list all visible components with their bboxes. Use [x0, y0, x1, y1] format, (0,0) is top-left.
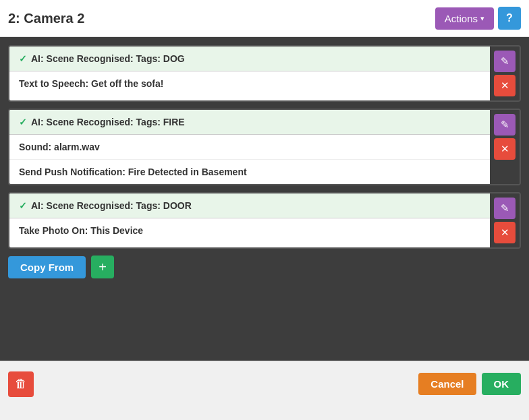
rule-condition-text: AI: Scene Recognised: Tags: FIRE: [31, 117, 185, 127]
list-item: Text to Speech: Get off the sofa!: [9, 71, 490, 96]
rule-actions-list: Take Photo On: This Device: [9, 218, 490, 243]
delete-rule-button[interactable]: ✕: [494, 138, 516, 160]
close-icon: ✕: [501, 80, 509, 92]
rule-condition: ✓ AI: Scene Recognised: Tags: FIRE: [9, 110, 490, 135]
check-icon: ✓: [19, 117, 27, 127]
edit-rule-button[interactable]: ✎: [494, 198, 516, 219]
rule-card-inner: ✓ AI: Scene Recognised: Tags: DOG Text t…: [9, 47, 490, 100]
close-icon: ✕: [501, 143, 509, 155]
rule-condition: ✓ AI: Scene Recognised: Tags: DOG: [9, 47, 490, 71]
rule-side-buttons: ✎ ✕: [490, 193, 520, 247]
edit-rule-button[interactable]: ✎: [494, 114, 516, 136]
delete-rule-button[interactable]: ✕: [494, 75, 516, 96]
rule-side-buttons: ✎ ✕: [490, 47, 520, 100]
footer-right-buttons: Cancel OK: [418, 373, 521, 395]
close-icon: ✕: [501, 227, 509, 239]
header-actions: Actions ▾ ?: [435, 7, 521, 30]
edit-rule-button[interactable]: ✎: [494, 51, 516, 72]
check-icon: ✓: [19, 53, 27, 64]
rule-condition-text: AI: Scene Recognised: Tags: DOG: [31, 53, 185, 64]
trash-icon: 🗑: [15, 377, 27, 391]
rule-condition: ✓ AI: Scene Recognised: Tags: DOOR: [9, 193, 490, 218]
actions-button[interactable]: Actions ▾: [435, 7, 494, 30]
main-area: ✓ AI: Scene Recognised: Tags: DOG Text t…: [0, 37, 529, 361]
rule-card-inner: ✓ AI: Scene Recognised: Tags: DOOR Take …: [9, 193, 490, 247]
caret-icon: ▾: [480, 14, 484, 23]
rule-actions-list: Text to Speech: Get off the sofa!: [9, 71, 490, 96]
list-item: Sound: alarm.wav: [9, 135, 490, 160]
page-footer: 🗑 Cancel OK: [0, 361, 529, 407]
rule-card: ✓ AI: Scene Recognised: Tags: DOG Text t…: [8, 45, 521, 102]
edit-icon: ✎: [501, 55, 509, 67]
edit-icon: ✎: [501, 119, 509, 131]
ok-button[interactable]: OK: [482, 373, 522, 395]
delete-rule-button[interactable]: ✕: [494, 222, 516, 243]
list-item: Take Photo On: This Device: [9, 218, 490, 243]
rule-actions-list: Sound: alarm.wav Send Push Notification:…: [9, 135, 490, 184]
rule-card: ✓ AI: Scene Recognised: Tags: FIRE Sound…: [8, 109, 521, 185]
check-icon: ✓: [19, 200, 27, 211]
rule-side-buttons: ✎ ✕: [490, 110, 520, 184]
edit-icon: ✎: [501, 202, 509, 214]
trash-button[interactable]: 🗑: [8, 371, 34, 397]
rule-card: ✓ AI: Scene Recognised: Tags: DOOR Take …: [8, 192, 521, 249]
list-item: Send Push Notification: Fire Detected in…: [9, 160, 490, 184]
actions-label: Actions: [445, 13, 478, 24]
header: 2: Camera 2 Actions ▾ ?: [0, 0, 529, 37]
rule-condition-text: AI: Scene Recognised: Tags: DOOR: [31, 200, 192, 211]
copy-from-button[interactable]: Copy From: [8, 256, 86, 278]
rule-card-inner: ✓ AI: Scene Recognised: Tags: FIRE Sound…: [9, 110, 490, 184]
page-title: 2: Camera 2: [8, 11, 84, 26]
add-rule-button[interactable]: +: [91, 256, 114, 278]
cancel-button[interactable]: Cancel: [418, 373, 476, 395]
main-footer: Copy From +: [8, 256, 521, 278]
help-button[interactable]: ?: [498, 7, 521, 30]
